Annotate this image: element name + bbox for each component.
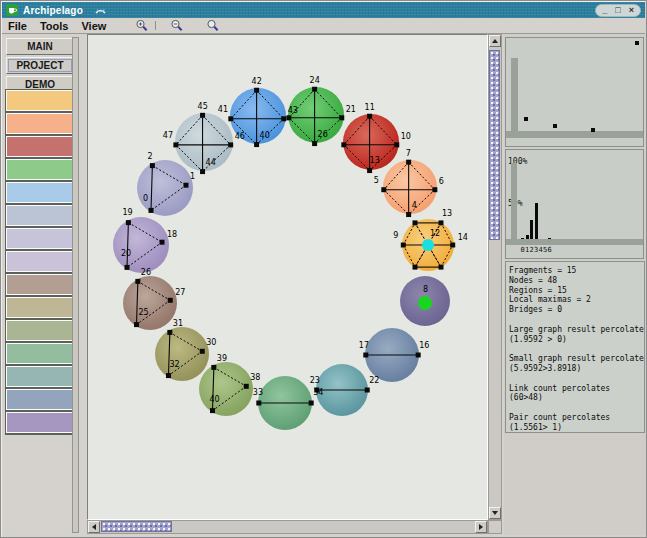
window-controls: _ □ ×	[595, 4, 641, 17]
scroll-left-button[interactable]	[88, 521, 100, 533]
minimize-button[interactable]: _	[602, 6, 607, 15]
palette-swatch[interactable]	[6, 343, 73, 364]
maximize-button[interactable]: □	[615, 6, 620, 15]
scatter-point	[635, 41, 639, 45]
palette-swatch[interactable]	[6, 320, 73, 341]
java-app-icon	[6, 4, 18, 16]
palette-swatch[interactable]	[6, 389, 73, 410]
app-window: Archipelago _ □ × File Tools View MAIN P…	[0, 0, 647, 538]
stats-panel: Fragments = 15Nodes = 48Regions = 15Loca…	[505, 261, 645, 433]
fragment-sphere[interactable]	[288, 87, 344, 143]
stats-line: (5.9592>3.8918)	[509, 364, 642, 374]
histogram-y-axis	[511, 163, 517, 239]
scroll-right-button[interactable]	[475, 521, 487, 533]
palette-swatch[interactable]	[6, 182, 73, 203]
scatter-point	[591, 128, 595, 132]
menu-view[interactable]: View	[81, 20, 106, 32]
fragment-sphere[interactable]	[155, 327, 209, 381]
stats-line: Local maximas = 2	[509, 295, 642, 305]
palette-swatch[interactable]	[6, 297, 73, 318]
stats-line	[509, 344, 642, 354]
palette-swatch[interactable]	[6, 366, 73, 387]
scatter-y-axis	[511, 58, 518, 133]
scatter-chart	[505, 37, 644, 147]
palette-swatch[interactable]	[6, 412, 73, 433]
fragment-sphere[interactable]	[113, 217, 169, 273]
palette-swatch[interactable]	[6, 228, 73, 249]
zoom-out-icon[interactable]	[170, 19, 184, 33]
node-label: 14	[458, 233, 468, 242]
stats-line	[509, 315, 642, 325]
stats-line: Pair count percolates	[509, 413, 642, 423]
vertical-scroll-thumb[interactable]	[489, 50, 500, 240]
node-label: 10	[401, 132, 411, 141]
fragment-sphere[interactable]	[316, 364, 368, 416]
fragment-sphere[interactable]	[175, 113, 233, 171]
zoom-fit-icon[interactable]	[206, 19, 220, 33]
scrollbar-corner	[488, 520, 502, 534]
fragment-sphere[interactable]	[383, 160, 437, 214]
canvas-vertical-scrollbar[interactable]	[488, 34, 502, 520]
horizontal-scroll-thumb[interactable]	[101, 521, 172, 532]
node-label: 21	[346, 105, 356, 114]
stats-line: Link count percolates	[509, 384, 642, 394]
scroll-down-button[interactable]	[489, 507, 501, 519]
stats-line: Regions = 15	[509, 286, 642, 296]
node-label: 6	[439, 177, 444, 186]
palette-swatch[interactable]	[6, 136, 73, 157]
histogram-bar	[548, 238, 551, 239]
toolbar-separator	[155, 21, 156, 30]
node-label: 42	[252, 77, 262, 86]
fragment-sphere[interactable]	[258, 376, 312, 430]
node-label: 16	[419, 341, 429, 350]
palette-swatch[interactable]	[6, 274, 73, 295]
menu-file[interactable]: File	[8, 20, 27, 32]
menu-tools[interactable]: Tools	[40, 20, 69, 32]
palette-swatch[interactable]	[6, 205, 73, 226]
scroll-up-button[interactable]	[489, 35, 501, 47]
node-label: 24	[310, 76, 320, 85]
scatter-point	[524, 117, 528, 121]
titlebar[interactable]: Archipelago _ □ ×	[2, 2, 645, 18]
stats-line: Small graph result percolates	[509, 354, 642, 364]
close-button[interactable]: ×	[629, 6, 634, 15]
sidebar: MAIN PROJECT DEMO	[3, 35, 79, 535]
palette-swatch[interactable]	[6, 159, 73, 180]
fragment-sphere[interactable]	[343, 114, 399, 170]
node-label: 2	[147, 152, 152, 161]
stats-line: Fragments = 15	[509, 266, 642, 276]
node-label: 13	[442, 209, 452, 218]
zoom-in-icon[interactable]	[135, 19, 149, 33]
palette-swatch[interactable]	[6, 113, 73, 134]
fragment-sphere[interactable]	[402, 219, 454, 271]
fragment-sphere[interactable]	[123, 276, 177, 330]
menubar: File Tools View	[2, 18, 645, 34]
palette-swatch[interactable]	[6, 90, 73, 111]
node-label: 9	[393, 231, 398, 240]
window-title: Archipelago	[23, 5, 83, 16]
stats-line: (1.5561> 1)	[509, 423, 642, 433]
stats-line: Large graph result percolates	[509, 325, 642, 335]
java-swirl-icon	[94, 4, 107, 17]
canvas-horizontal-scrollbar[interactable]	[87, 520, 488, 534]
histogram-x-tick: 6	[548, 246, 552, 254]
histogram-chart: 100% 50% 0123456	[505, 149, 644, 259]
node-label: 41	[218, 105, 228, 114]
scatter-point	[553, 124, 557, 128]
fragment-sphere[interactable]	[400, 276, 450, 326]
sidebar-button-project[interactable]: PROJECT	[6, 57, 74, 74]
stats-line: (60>48)	[509, 393, 642, 403]
fragment-sphere[interactable]	[230, 88, 286, 144]
histogram-bar	[521, 238, 524, 239]
stats-line: Nodes = 48	[509, 276, 642, 286]
node-label: 18	[167, 230, 177, 239]
fragment-sphere[interactable]	[137, 160, 193, 216]
stats-line	[509, 403, 642, 413]
node-label: 27	[175, 288, 185, 297]
sidebar-button-main[interactable]: MAIN	[6, 38, 74, 55]
fragment-sphere[interactable]	[199, 362, 253, 416]
palette-swatch[interactable]	[6, 251, 73, 272]
graph-canvas[interactable]: 4241434024212611101375641413912817162322…	[87, 34, 488, 520]
node-label: 47	[163, 131, 173, 140]
fragment-sphere[interactable]	[365, 328, 419, 382]
